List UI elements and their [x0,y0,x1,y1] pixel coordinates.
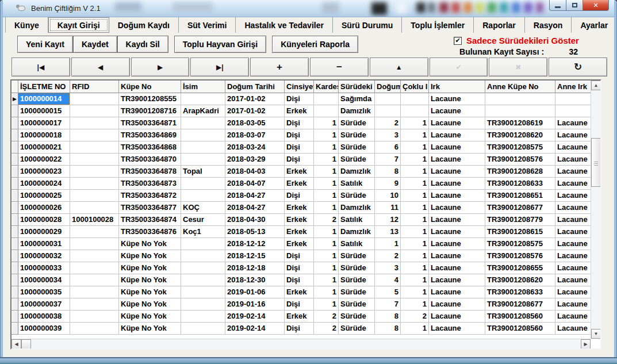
cell-anne-kupe-no[interactable]: TR39001208560 [485,323,555,335]
cell-irk[interactable]: Lacaune [429,323,485,335]
cell-isim[interactable] [181,286,225,298]
cell-irk[interactable]: Lacaune [429,166,485,178]
cell-dogum[interactable]: 9 [375,178,401,190]
cell-coklu-dogum[interactable]: 1 [401,166,429,178]
cell-dogum-tarihi[interactable]: 2017-01-02 [225,105,285,117]
column-header-surudeki[interactable]: Sürüdeki [339,81,375,93]
tab-hastalik-ve-tedaviler[interactable]: Hastalık ve Tedaviler [236,17,332,33]
cell-rfid[interactable] [70,226,119,238]
cell-anne-irk[interactable]: Lacaune [555,129,591,141]
column-header-anne-irk[interactable]: Anne Irk [555,81,591,93]
cell-dogum-tarihi[interactable]: 2017-01-02 [225,93,285,105]
column-header-rfid[interactable]: RFID [70,81,119,93]
nav-edit-button[interactable]: ▲ [370,58,428,76]
cell-irk[interactable]: Lacaune [429,214,485,226]
cell-anne-kupe-no[interactable]: TR39001208633 [485,286,555,298]
cell-coklu-dogum[interactable]: 1 [401,214,429,226]
cell-surudeki[interactable]: Sürüde [339,298,375,311]
cell-isletme-no[interactable]: 1000000028 [18,214,70,226]
cell-irk[interactable]: Lacaune [429,262,485,274]
cell-isletme-no[interactable]: 1000000023 [18,166,70,178]
titlebar[interactable]: Benim Çiftliğim V 2.1 ✕ [0,0,617,17]
cell-isletme-no[interactable]: 1000000034 [18,274,70,286]
cell-anne-kupe-no[interactable]: TR39001208575 [485,141,555,154]
cell-isim[interactable]: KOÇ [181,202,225,214]
cell-coklu-dogum[interactable]: 1 [401,274,429,286]
cell-isim[interactable] [181,298,225,311]
cell-kardes[interactable]: 2 [314,214,339,226]
cell-kupe-no[interactable]: TR35003364874 [119,214,181,226]
cell-irk[interactable]: Lacaune [429,286,485,298]
cell-isim[interactable] [181,93,225,105]
cell-anne-kupe-no[interactable]: TR39001208628 [485,166,555,178]
cell-surudeki[interactable]: Damızlık [339,202,375,214]
cell-dogum-tarihi[interactable]: 2018-12-12 [225,238,285,250]
cell-coklu-dogum[interactable] [401,105,429,117]
vertical-scroll-thumb[interactable] [591,138,600,187]
cell-irk[interactable]: Lacaune [429,105,485,117]
toplu-hayvan-girisi-button[interactable]: Toplu Hayvan Girişi [174,36,266,53]
cell-isletme-no[interactable]: 1000000026 [18,202,70,214]
cell-rfid[interactable] [70,178,119,190]
cell-isletme-no[interactable]: 1000000014 [18,93,70,105]
cell-isletme-no[interactable]: 1000000031 [18,238,70,250]
tab-kayit-girisi[interactable]: Kayıt Girişi [48,17,109,33]
cell-surudeki[interactable]: Damızlık [339,226,375,238]
kunyeleri-raporla-button[interactable]: Künyeleri Raporla [272,36,358,53]
cell-dogum[interactable] [375,105,401,117]
cell-rfid[interactable] [70,323,119,335]
cell-isletme-no[interactable]: 1000000038 [18,311,70,323]
cell-anne-irk[interactable]: Lacaune [555,238,591,250]
cell-cinsiyet[interactable]: Erkek [285,214,314,226]
cell-kupe-no[interactable]: TR35003364873 [119,178,181,190]
cell-isim[interactable] [181,238,225,250]
cell-anne-kupe-no[interactable]: TR39001208575 [485,238,555,250]
cell-anne-kupe-no[interactable]: TR39001208620 [485,129,555,141]
tab-raporlar[interactable]: Raporlar [474,17,525,33]
cell-anne-kupe-no[interactable]: TR39001208779 [485,214,555,226]
cell-isim[interactable] [181,311,225,323]
cell-irk[interactable]: Lacaune [429,129,485,141]
column-header-coklu-dogum[interactable]: Çoklu I [401,81,429,93]
cell-kardes[interactable]: 1 [314,190,339,202]
cell-cinsiyet[interactable]: Dişi [285,190,314,202]
cell-cinsiyet[interactable]: Erkek [285,178,314,190]
cell-dogum[interactable]: 7 [375,298,401,311]
cell-anne-irk[interactable]: Lacaune [555,286,591,298]
cell-kupe-no[interactable]: Küpe No Yok [119,286,181,298]
cell-anne-kupe-no[interactable]: TR39001208677 [485,298,555,311]
cell-cinsiyet[interactable]: Dişi [285,154,314,166]
scroll-left-button[interactable]: ◀ [12,339,21,348]
cell-isim[interactable] [181,274,225,286]
cell-irk[interactable]: Lacaune [429,178,485,190]
cell-dogum[interactable]: 4 [375,274,401,286]
cell-rfid[interactable] [70,250,119,262]
cell-anne-irk[interactable]: Lacaune [555,141,591,154]
nav-delete-button[interactable]: − [310,58,369,76]
cell-kupe-no[interactable]: Küpe No Yok [119,274,181,286]
cell-dogum-tarihi[interactable]: 2018-05-13 [225,226,285,238]
cell-irk[interactable]: Lacaune [429,202,485,214]
cell-surudeki[interactable]: Satılık [339,178,375,190]
cell-isletme-no[interactable]: 1000000035 [18,286,70,298]
cell-irk[interactable]: Lacaune [429,141,485,154]
cell-rfid[interactable] [70,105,119,117]
cell-cinsiyet[interactable]: Erkek [285,286,314,298]
cell-kardes[interactable]: 1 [314,274,339,286]
cell-isim[interactable] [181,250,225,262]
cell-anne-kupe-no[interactable]: TR39001208655 [485,262,555,274]
cell-anne-irk[interactable]: Lacaune [555,311,591,323]
cell-coklu-dogum[interactable]: 1 [401,250,429,262]
cell-anne-kupe-no[interactable]: TR39001208633 [485,178,555,190]
cell-rfid[interactable] [70,190,119,202]
cell-isletme-no[interactable]: 1000000024 [18,178,70,190]
cell-kardes[interactable]: 1 [314,141,339,154]
cell-kardes[interactable]: 1 [314,226,339,238]
cell-surudeki[interactable]: Sürüde [339,154,375,166]
cell-anne-kupe-no[interactable] [485,93,555,105]
cell-anne-kupe-no[interactable]: TR39001208615 [485,226,555,238]
cell-rfid[interactable] [70,311,119,323]
cell-rfid[interactable] [70,117,119,129]
cell-surudeki[interactable]: Satılık [339,238,375,250]
cell-surudeki[interactable]: Sürüde [339,286,375,298]
